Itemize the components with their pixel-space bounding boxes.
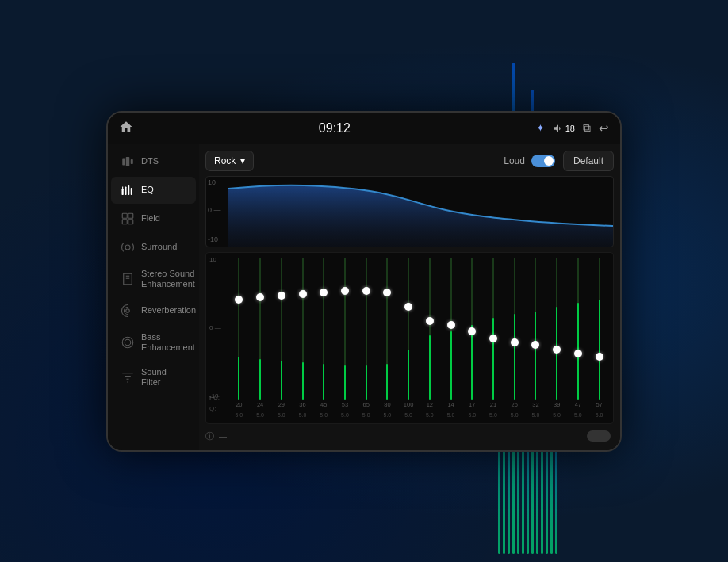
sidebar-item-eq[interactable]: EQ [111, 177, 196, 204]
stereo-label: Stereo Sound Enhancement [141, 269, 195, 289]
slider-thumb-4[interactable] [320, 289, 328, 296]
preset-dropdown[interactable]: Rock ▾ [205, 151, 254, 171]
slider-thumb-9[interactable] [426, 317, 434, 325]
q-val-4: 5.0 [313, 412, 335, 422]
slider-thumb-11[interactable] [468, 327, 476, 335]
slider-column-11[interactable] [462, 254, 483, 401]
eq-label: EQ [141, 185, 154, 195]
slider-thumb-8[interactable] [404, 303, 412, 311]
bass-label: Bass Enhancement [141, 332, 195, 353]
q-val-7: 5.0 [377, 412, 398, 422]
bluetooth-icon[interactable]: ✦ [536, 122, 545, 134]
loud-toggle[interactable] [531, 155, 555, 167]
fc-row: 2024293645536580100121417212632394757 [206, 401, 613, 412]
slider-thumb-12[interactable] [489, 335, 497, 342]
fc-val-12: 21 [483, 401, 504, 412]
sidebar-item-bass[interactable]: Bass Enhancement [111, 326, 196, 359]
info-icon[interactable]: ⓘ [205, 430, 214, 442]
dropdown-arrow: ▾ [240, 155, 245, 166]
loud-label: Loud [504, 155, 525, 166]
default-button[interactable]: Default [563, 151, 614, 171]
fc-val-7: 80 [377, 401, 398, 412]
fc-val-6: 65 [355, 401, 377, 412]
fc-val-16: 47 [568, 401, 589, 412]
slider-thumb-6[interactable] [362, 287, 370, 295]
volume-indicator: 18 [553, 123, 575, 134]
q-val-1: 5.0 [250, 412, 271, 422]
copy-icon[interactable]: ⧉ [583, 121, 591, 135]
sliders-container [206, 253, 613, 401]
slider-column-8[interactable] [398, 254, 420, 401]
sidebar-item-dts[interactable]: DTS [111, 148, 196, 175]
slider-column-3[interactable] [292, 254, 313, 401]
slider-column-16[interactable] [568, 254, 589, 401]
slider-column-13[interactable] [504, 254, 525, 401]
slider-column-10[interactable] [440, 254, 462, 401]
eq-grid-label-top: 10 [208, 178, 216, 186]
slider-thumb-14[interactable] [531, 341, 539, 349]
fc-val-2: 29 [270, 401, 292, 412]
svg-point-17 [122, 337, 133, 348]
device-frame: 09:12 ✦ 18 ⧉ ↩ DTS [106, 111, 622, 452]
slider-thumb-10[interactable] [447, 321, 455, 329]
fc-val-17: 57 [588, 401, 610, 412]
slider-column-14[interactable] [525, 254, 546, 401]
slider-thumb-3[interactable] [299, 290, 307, 298]
eq-curve-svg [228, 177, 613, 247]
sidebar-item-surround[interactable]: Surround [111, 234, 196, 261]
q-row: 5.05.05.05.05.05.05.05.05.05.05.05.05.05… [206, 412, 613, 422]
slider-column-12[interactable] [483, 254, 504, 401]
eq-grid-label-bot: -10 [208, 235, 218, 243]
dash-label: — [219, 432, 227, 441]
q-val-10: 5.0 [440, 412, 462, 422]
slider-thumb-5[interactable] [341, 287, 349, 295]
svg-point-12 [125, 245, 130, 250]
content-area: DTS EQ Field [108, 144, 620, 450]
slider-thumb-0[interactable] [235, 296, 243, 304]
slider-column-5[interactable] [335, 254, 356, 401]
slider-column-17[interactable] [588, 254, 610, 401]
q-val-14: 5.0 [525, 412, 546, 422]
slider-thumb-16[interactable] [574, 350, 582, 357]
sidebar-item-reverberation[interactable]: Reverberation [111, 297, 196, 324]
header-bar: 09:12 ✦ 18 ⧉ ↩ [108, 113, 620, 144]
fc-val-1: 24 [250, 401, 271, 412]
slider-thumb-13[interactable] [511, 338, 519, 346]
svg-rect-11 [128, 219, 133, 224]
scroll-indicator[interactable] [587, 430, 611, 442]
sidebar-item-sound-filter[interactable]: Sound Filter [111, 361, 196, 394]
back-icon[interactable]: ↩ [599, 121, 609, 136]
svg-rect-6 [131, 188, 132, 195]
slider-column-9[interactable] [419, 254, 440, 401]
slider-column-1[interactable] [250, 254, 271, 401]
svg-rect-3 [122, 189, 124, 195]
slider-thumb-2[interactable] [278, 292, 285, 300]
fc-val-3: 36 [292, 401, 313, 412]
q-values: 5.05.05.05.05.05.05.05.05.05.05.05.05.05… [228, 412, 610, 422]
fc-val-5: 53 [335, 401, 356, 412]
toggle-knob [544, 156, 554, 166]
slider-column-4[interactable] [313, 254, 335, 401]
slider-thumb-1[interactable] [256, 293, 264, 301]
sidebar-item-field[interactable]: Field [111, 205, 196, 232]
header-right: ✦ 18 ⧉ ↩ [536, 121, 609, 136]
fc-val-14: 32 [525, 401, 546, 412]
fc-val-11: 17 [462, 401, 483, 412]
slider-column-2[interactable] [270, 254, 292, 401]
slider-column-6[interactable] [355, 254, 377, 401]
slider-thumb-7[interactable] [383, 289, 391, 296]
slider-thumb-17[interactable] [596, 353, 603, 361]
svg-rect-0 [122, 158, 125, 165]
q-val-16: 5.0 [568, 412, 589, 422]
sidebar-item-stereo[interactable]: Stereo Sound Enhancement [111, 262, 196, 296]
eq-curve-display: 10 0 — -10 [205, 176, 614, 247]
eq-grid-label-mid: 0 — [208, 206, 221, 214]
svg-rect-8 [122, 213, 127, 218]
svg-rect-2 [131, 159, 133, 164]
slider-thumb-15[interactable] [553, 346, 561, 354]
slider-column-7[interactable] [377, 254, 398, 401]
slider-column-15[interactable] [546, 254, 568, 401]
home-icon[interactable] [119, 120, 133, 136]
sidebar: DTS EQ Field [108, 144, 199, 450]
slider-column-0[interactable] [228, 254, 250, 401]
